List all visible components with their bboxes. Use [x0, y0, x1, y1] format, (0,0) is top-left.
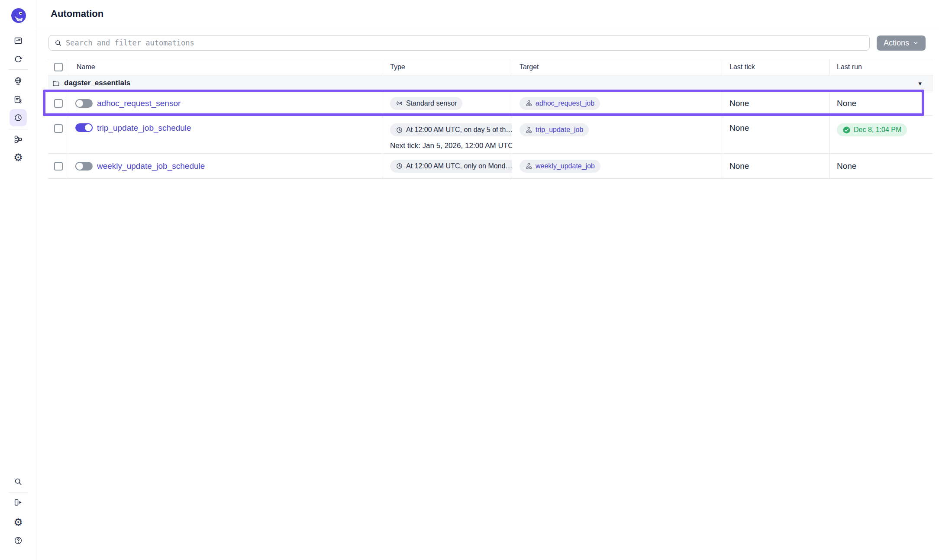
sidebar-divider — [9, 129, 28, 129]
target-job-label: trip_update_job — [536, 126, 583, 134]
automation-toggle[interactable] — [75, 99, 93, 108]
row-checkbox[interactable] — [54, 162, 63, 171]
dagster-logo[interactable] — [11, 8, 26, 23]
page-header: Automation — [36, 0, 939, 28]
table-header-row: Name Type Target Last tick Last run — [48, 59, 933, 75]
deployment-gear-icon[interactable]: ⚙ — [13, 153, 23, 162]
automation-name-link[interactable]: trip_update_job_schedule — [97, 123, 191, 133]
select-all-checkbox[interactable] — [54, 63, 63, 71]
target-job-link[interactable]: adhoc_request_job — [520, 97, 600, 110]
sidebar-divider — [9, 492, 28, 492]
target-job-label: weekly_update_job — [536, 162, 595, 170]
insights-icon[interactable] — [13, 76, 23, 86]
collapse-caret-icon[interactable]: ▾ — [918, 80, 922, 87]
main-content: Automation Actions Name — [36, 0, 939, 560]
sensor-icon — [396, 100, 403, 107]
target-job-link[interactable]: weekly_update_job — [520, 160, 600, 173]
target-job-link[interactable]: trip_update_job — [520, 123, 589, 136]
automation-icon[interactable] — [13, 113, 23, 122]
help-icon[interactable] — [13, 536, 23, 545]
chevron-down-icon — [913, 40, 919, 46]
settings-gear-icon[interactable]: ⚙ — [13, 518, 23, 527]
last-tick-value: None — [729, 99, 749, 108]
toolbar: Actions — [48, 35, 926, 51]
column-header-target: Target — [512, 59, 722, 75]
target-job-label: adhoc_request_job — [536, 100, 594, 107]
table-row: trip_update_job_schedule At 12:00 AM UTC… — [48, 116, 933, 154]
job-icon — [525, 126, 532, 134]
folder-icon — [52, 79, 60, 87]
clock-icon — [396, 126, 403, 134]
row-checkbox[interactable] — [54, 124, 63, 133]
actions-button-label: Actions — [884, 39, 909, 48]
type-badge-label: At 12:00 AM UTC, only on Mond… — [406, 162, 512, 170]
column-header-type: Type — [383, 59, 512, 75]
next-tick-text: Next tick: Jan 5, 2026, 12:00 AM UTC… — [390, 142, 512, 150]
table-row: adhoc_request_sensor Standard sensor — [48, 91, 933, 116]
check-circle-icon — [842, 126, 851, 134]
last-tick-value: None — [729, 123, 749, 133]
job-icon — [525, 162, 532, 170]
clock-icon — [396, 162, 403, 170]
last-run-value: None — [837, 161, 856, 171]
job-icon — [525, 100, 532, 107]
search-input[interactable] — [66, 39, 864, 47]
runs-icon[interactable] — [13, 55, 23, 64]
column-header-last-run: Last run — [830, 59, 923, 75]
actions-button[interactable]: Actions — [877, 35, 926, 51]
automation-toggle[interactable] — [75, 123, 93, 132]
type-badge: At 12:00 AM UTC, on day 5 of th… — [390, 123, 512, 136]
table-row: weekly_update_job_schedule At 12:00 AM U… — [48, 154, 933, 179]
type-badge-label: Standard sensor — [406, 100, 457, 107]
lineage-icon[interactable] — [13, 135, 23, 144]
automation-name-link[interactable]: adhoc_request_sensor — [97, 99, 181, 108]
row-checkbox[interactable] — [54, 99, 63, 108]
column-header-name: Name — [69, 59, 383, 75]
last-tick-value: None — [729, 161, 749, 171]
page-title: Automation — [51, 8, 103, 19]
last-run-link[interactable]: Dec 8, 1:04 PM — [837, 123, 907, 136]
automation-name-link[interactable]: weekly_update_job_schedule — [97, 161, 205, 171]
expand-sidebar-icon[interactable] — [13, 498, 23, 507]
jobs-icon[interactable] — [13, 95, 23, 104]
search-icon[interactable] — [13, 477, 23, 486]
type-badge-label: At 12:00 AM UTC, on day 5 of th… — [406, 126, 512, 134]
search-box — [48, 35, 870, 51]
group-label: dagster_essentials — [64, 79, 130, 87]
sidebar: ⚙ ⚙ — [0, 0, 36, 560]
last-run-value: None — [837, 99, 856, 108]
sidebar-divider — [9, 69, 28, 70]
catalog-icon[interactable] — [13, 36, 23, 45]
automation-toggle[interactable] — [75, 162, 93, 171]
automation-page: ⚙ ⚙ Automation — [0, 0, 939, 560]
automations-table: Name Type Target Last tick Last run dags… — [48, 59, 933, 179]
search-icon — [54, 39, 62, 47]
group-row-dagster-essentials: dagster_essentials ▾ — [48, 75, 933, 91]
column-header-last-tick: Last tick — [722, 59, 830, 75]
type-badge: Standard sensor — [390, 97, 462, 110]
type-badge: At 12:00 AM UTC, only on Mond… — [390, 160, 512, 173]
last-run-label: Dec 8, 1:04 PM — [854, 126, 901, 134]
